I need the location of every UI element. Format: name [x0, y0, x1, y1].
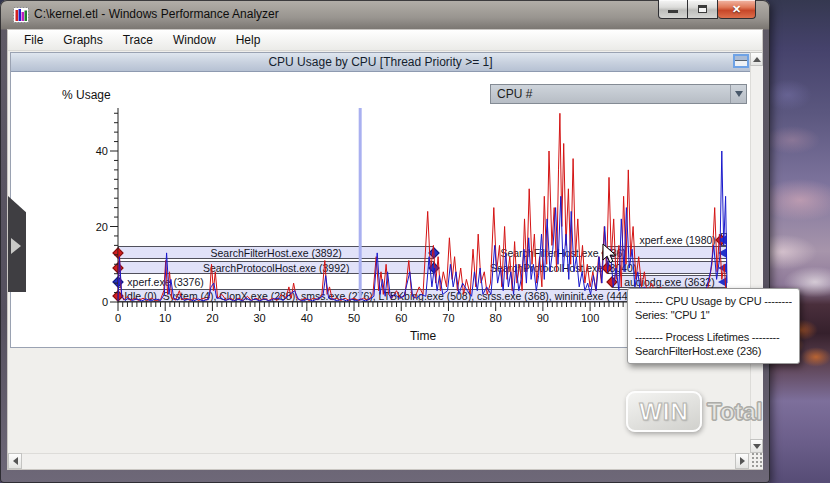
- sidebar-flyout-tab[interactable]: [8, 196, 26, 292]
- lifetime-label: xperf.exe (1980): [639, 234, 715, 246]
- tooltip-section-header: -------- CPU Usage by CPU --------: [635, 294, 792, 308]
- clip-arrow-marker: [718, 263, 727, 273]
- lifetime-label: Idle (0), System (4), ClopX.exe (288), s…: [124, 290, 631, 302]
- blue-diamond: [112, 276, 123, 287]
- process-lifetime-layer: xperf.exe (1980)SearchFilterHost.exe (38…: [0, 0, 830, 483]
- lifetime-label: audiodg.exe (3632): [624, 276, 715, 288]
- arrow-right-icon: [11, 238, 21, 254]
- tooltip-process: SearchFilterHost.exe (236): [635, 344, 792, 358]
- lifetime-label: xperf.exe (3376): [127, 276, 203, 288]
- clip-arrow-marker: [718, 248, 727, 258]
- tooltip-gap: [635, 322, 792, 330]
- chart-tooltip: -------- CPU Usage by CPU -------- Serie…: [627, 288, 800, 364]
- lifetime-label: SearchFilterHost.exe (3892): [210, 247, 341, 259]
- clip-arrow-marker: [718, 277, 727, 287]
- tooltip-series: Series: "CPU 1": [635, 308, 792, 322]
- tooltip-lifetimes-header: -------- Process Lifetimes --------: [635, 330, 792, 344]
- mouse-cursor: [602, 243, 617, 265]
- clip-arrow-marker: [718, 235, 727, 245]
- lifetime-label: SearchProtocolHost.exe (3992): [203, 262, 350, 274]
